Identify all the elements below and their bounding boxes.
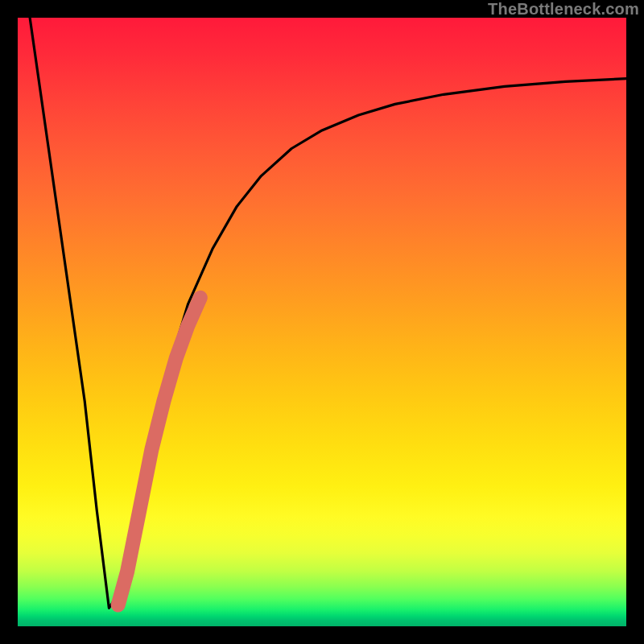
chart-container: TheBottleneck.com <box>0 0 644 644</box>
watermark-text: TheBottleneck.com <box>488 0 639 19</box>
bottleneck-curve <box>30 18 626 608</box>
plot-area <box>18 18 626 626</box>
curve-layer <box>18 18 626 626</box>
highlight-segment <box>118 298 200 605</box>
